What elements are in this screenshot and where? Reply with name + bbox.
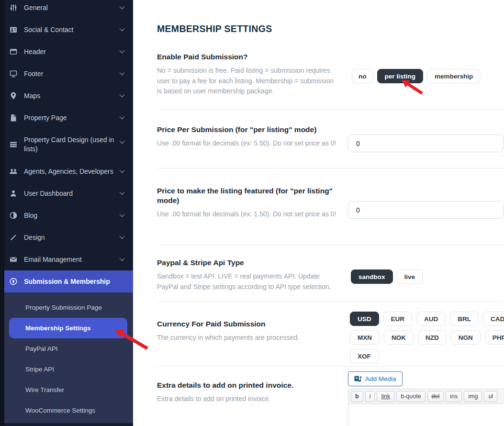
section-description: Sandbox = test API. LIVE = real payments… xyxy=(157,271,338,292)
sliders-icon xyxy=(9,3,18,12)
submenu-item-property-submission-page[interactable]: Property Submission Page xyxy=(4,297,133,318)
section-heading-featured-price: Price to make the listing featured (for … xyxy=(157,186,335,205)
sidebar-item-maps[interactable]: Maps xyxy=(4,85,133,107)
option-live-button[interactable]: live xyxy=(397,269,423,284)
sidebar-item-general[interactable]: General xyxy=(4,0,133,19)
currency-pill-cad[interactable]: CAD xyxy=(483,312,504,326)
ul-button[interactable]: ul xyxy=(484,391,497,402)
del-button[interactable]: del xyxy=(427,391,444,402)
chevron-down-icon xyxy=(119,116,125,120)
sidebar-item-email-management[interactable]: Email Management xyxy=(4,248,133,270)
currency-pill-brl[interactable]: BRL xyxy=(450,312,479,326)
header-icon xyxy=(9,47,18,56)
submenu-item-label: Stripe API xyxy=(25,366,54,373)
blockquote-button[interactable]: b-quote xyxy=(396,391,425,402)
page-title: MEMBERSHIP SETTINGS xyxy=(157,23,272,34)
map-pin-icon xyxy=(9,91,18,100)
submenu-item-woocommerce-settings[interactable]: WooCommerce Settings xyxy=(4,400,133,421)
sidebar-item-design[interactable]: Design xyxy=(4,226,133,248)
currency-pill-aud[interactable]: AUD xyxy=(416,312,446,326)
divider xyxy=(157,168,504,168)
sidebar-item-property-card-design[interactable]: Property Card Design (used in lists) xyxy=(4,129,133,160)
sidebar-item-label: Social & Contact xyxy=(24,25,74,34)
option-per-listing-button[interactable]: per listing xyxy=(377,69,424,83)
envelope-icon xyxy=(9,255,18,264)
section-description: The currency in which payments are proce… xyxy=(157,333,338,343)
sidebar-item-footer[interactable]: Footer xyxy=(4,63,133,85)
sidebar-item-agents-agencies-developers[interactable]: Agents, Agencies, Developers xyxy=(4,160,133,182)
sidebar-item-header[interactable]: Header xyxy=(4,41,133,63)
invoice-details-textarea[interactable] xyxy=(348,404,504,426)
sidebar-item-label: Agents, Agencies, Developers xyxy=(24,167,113,176)
membership-settings-page: General Social & Contact Header Footer M… xyxy=(0,0,504,426)
currency-pill-ngn[interactable]: NGN xyxy=(451,330,481,345)
user-icon xyxy=(9,189,18,198)
sidebar-item-label: Blog xyxy=(24,211,37,220)
currency-row-3: XOF xyxy=(350,349,379,363)
add-media-button[interactable]: Add Media xyxy=(348,371,403,386)
section-heading-currency: Currency For Paid Submission xyxy=(157,319,266,329)
ins-button[interactable]: ins xyxy=(446,391,462,402)
chevron-down-icon xyxy=(119,94,125,98)
currency-pill-nzd[interactable]: NZD xyxy=(418,330,447,345)
sidebar-item-property-page[interactable]: Property Page xyxy=(4,107,133,129)
sidebar-item-label: User Dashboard xyxy=(24,189,73,198)
option-no-button[interactable]: no xyxy=(352,69,373,83)
contact-card-icon xyxy=(9,25,18,34)
img-button[interactable]: img xyxy=(464,391,482,402)
contrast-icon xyxy=(9,211,18,220)
submenu-item-membership-settings[interactable]: Membership Settings xyxy=(9,318,127,338)
sidebar-item-label: Header xyxy=(24,47,46,56)
section-heading-invoice-details: Extra details to add on printed invoice. xyxy=(157,381,293,390)
submenu-item-label: Property Submission Page xyxy=(25,304,102,311)
sidebar-item-blog[interactable]: Blog xyxy=(4,204,133,226)
sidebar-edge-strip xyxy=(0,0,4,426)
italic-button[interactable]: i xyxy=(365,391,375,402)
divider xyxy=(157,302,504,302)
chevron-down-icon xyxy=(119,28,125,32)
sidebar-item-submission-membership[interactable]: Submission & Membership xyxy=(4,270,133,292)
sidebar-item-label: General xyxy=(24,3,48,12)
sidebar-item-user-dashboard[interactable]: User Dashboard xyxy=(4,182,133,204)
sidebar-item-label: Email Management xyxy=(24,255,82,264)
chevron-down-icon xyxy=(119,6,125,10)
featured-price-input[interactable] xyxy=(348,201,504,219)
currency-pill-nok[interactable]: NOK xyxy=(384,330,414,345)
currency-pill-php[interactable]: PHP xyxy=(485,330,504,345)
currency-pill-usd[interactable]: USD xyxy=(350,312,379,326)
submenu-item-wire-transfer[interactable]: Wire Transfer xyxy=(4,380,133,400)
currency-pill-xof[interactable]: XOF xyxy=(350,349,379,363)
sidebar-item-label: Maps xyxy=(24,91,40,101)
sidebar-item-label: Property Page xyxy=(24,113,67,123)
submenu-item-stripe-api[interactable]: Stripe API xyxy=(4,359,133,380)
chevron-down-icon xyxy=(119,50,125,54)
currency-pill-eur[interactable]: EUR xyxy=(383,312,413,326)
upload-circle-icon xyxy=(9,277,18,286)
submenu-item-label: Wire Transfer xyxy=(25,386,64,393)
option-membership-button[interactable]: membership xyxy=(427,69,481,83)
submenu-item-label: WooCommerce Settings xyxy=(25,407,95,414)
bold-button[interactable]: b xyxy=(351,391,363,402)
sidebar-item-social-contact[interactable]: Social & Contact xyxy=(4,19,133,41)
currency-pill-mxn[interactable]: MXN xyxy=(350,330,380,345)
monitor-icon xyxy=(9,69,18,78)
option-sandbox-button[interactable]: sandbox xyxy=(351,269,393,284)
section-description: Extra details to add on printed invoice. xyxy=(157,394,338,404)
chevron-down-icon xyxy=(119,140,125,144)
list-icon xyxy=(9,140,18,149)
sidebar: General Social & Contact Header Footer M… xyxy=(0,0,133,426)
divider xyxy=(157,366,504,367)
chevron-down-icon xyxy=(119,235,125,239)
sidebar-item-label: Submission & Membership xyxy=(24,277,110,286)
section-heading-api-type: Paypal & Stripe Api Type xyxy=(157,258,244,268)
price-per-submission-input[interactable] xyxy=(348,135,504,152)
people-icon xyxy=(9,167,18,176)
chevron-down-icon xyxy=(119,72,125,76)
add-media-label: Add Media xyxy=(365,375,396,382)
sidebar-item-label: Design xyxy=(24,233,45,242)
submenu-item-label: Membership Settings xyxy=(25,325,91,332)
link-button[interactable]: link xyxy=(377,391,394,402)
section-heading-enable-paid-submission: Enable Paid Submission? xyxy=(157,52,247,62)
submenu-item-paypal-api[interactable]: PayPal API xyxy=(4,338,133,359)
submenu-item-label: PayPal API xyxy=(25,345,58,352)
